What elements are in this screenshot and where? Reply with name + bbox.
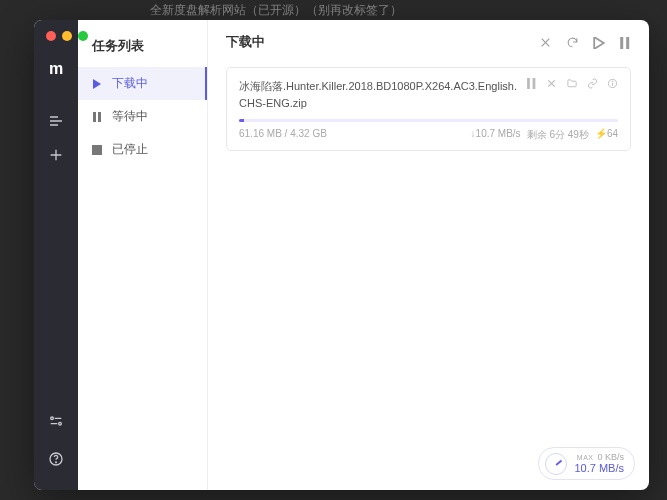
task-delete-button[interactable] — [546, 78, 557, 89]
nav-rail: m — [34, 20, 78, 490]
task-eta: 剩余 6分 49秒 — [527, 128, 589, 142]
window-minimize[interactable] — [62, 31, 72, 41]
svg-marker-17 — [594, 37, 604, 49]
window-controls — [46, 31, 88, 41]
task-folder-button[interactable] — [566, 78, 578, 89]
svg-point-7 — [59, 422, 62, 425]
sidebar-item-waiting[interactable]: 等待中 — [78, 100, 207, 133]
task-list-title: 任务列表 — [78, 30, 207, 67]
svg-rect-18 — [620, 37, 623, 49]
svg-rect-21 — [533, 78, 536, 89]
app-window: m 任务列表 下 — [34, 20, 649, 490]
svg-point-10 — [56, 462, 57, 463]
task-progress-fill — [239, 119, 244, 122]
svg-marker-11 — [93, 79, 101, 89]
play-icon — [92, 78, 104, 90]
svg-point-26 — [612, 81, 613, 82]
task-progress-bar — [239, 119, 618, 122]
task-card[interactable]: 冰海陷落.Hunter.Killer.2018.BD1080P.X264.AC3… — [226, 67, 631, 151]
task-list-panel: 任务列表 下载中 等待中 已停止 — [78, 20, 208, 490]
task-peers: ⚡64 — [595, 128, 618, 142]
window-close[interactable] — [46, 31, 56, 41]
task-speed: ↓10.7 MB/s — [471, 128, 521, 142]
speed-upload: MAX0 KB/s — [574, 452, 624, 462]
task-actions — [526, 78, 618, 89]
sidebar-item-label: 已停止 — [112, 141, 148, 158]
window-zoom[interactable] — [78, 31, 88, 41]
main-title: 下载中 — [226, 34, 265, 51]
nav-add[interactable] — [34, 138, 78, 172]
resume-all-button[interactable] — [593, 37, 605, 49]
header-actions — [539, 36, 631, 49]
task-size: 61.16 MB / 4.32 GB — [239, 128, 327, 142]
svg-rect-19 — [626, 37, 629, 49]
svg-rect-13 — [98, 112, 101, 122]
nav-tasks[interactable] — [34, 104, 78, 138]
speed-download: 10.7 MB/s — [574, 462, 624, 475]
browser-background: 全新度盘解析网站（已开源）（别再改标签了） m — [0, 0, 667, 500]
sidebar-item-stopped[interactable]: 已停止 — [78, 133, 207, 166]
task-info-button[interactable] — [607, 78, 618, 89]
app-logo: m — [49, 60, 63, 78]
svg-rect-20 — [527, 78, 530, 89]
task-meta: 61.16 MB / 4.32 GB ↓10.7 MB/s 剩余 6分 49秒 … — [239, 128, 618, 142]
background-tab-title: 全新度盘解析网站（已开源）（别再改标签了） — [150, 2, 402, 19]
pause-all-button[interactable] — [619, 37, 631, 49]
task-filename: 冰海陷落.Hunter.Killer.2018.BD1080P.X264.AC3… — [239, 78, 518, 111]
sidebar-item-label: 等待中 — [112, 108, 148, 125]
sidebar-item-downloading[interactable]: 下载中 — [78, 67, 207, 100]
stop-icon — [92, 144, 104, 156]
clear-button[interactable] — [539, 36, 552, 49]
task-link-button[interactable] — [587, 78, 598, 89]
svg-point-5 — [51, 417, 54, 420]
main-panel: 下载中 冰海陷落 — [208, 20, 649, 490]
gauge-icon — [545, 453, 567, 475]
refresh-button[interactable] — [566, 36, 579, 49]
task-pause-button[interactable] — [526, 78, 537, 89]
main-header: 下载中 — [208, 20, 649, 63]
nav-settings[interactable] — [34, 404, 78, 438]
nav-help[interactable] — [34, 442, 78, 476]
sidebar-item-label: 下载中 — [112, 75, 148, 92]
speed-widget[interactable]: MAX0 KB/s 10.7 MB/s — [538, 447, 635, 480]
pause-icon — [92, 111, 104, 123]
svg-rect-12 — [93, 112, 96, 122]
svg-rect-14 — [92, 145, 102, 155]
